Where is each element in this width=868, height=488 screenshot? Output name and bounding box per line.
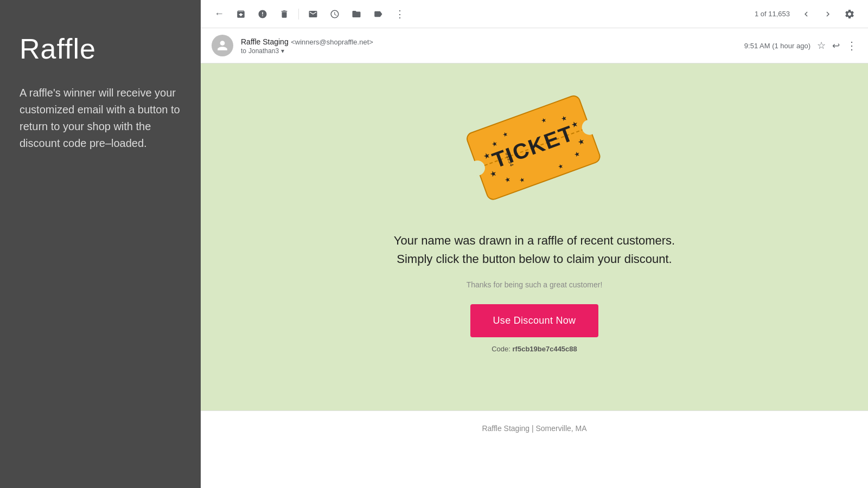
sender-name: Raffle Staging: [241, 37, 289, 46]
email-body-scroll[interactable]: ★ ★ ★ ★ ★ ★ ★ ★ ★ ★ ★ ★ TICKET: [201, 63, 868, 488]
to-label: to: [241, 47, 246, 55]
email-header: Raffle Staging <winners@shopraffle.net> …: [201, 28, 868, 63]
back-button[interactable]: [209, 4, 229, 24]
next-email-button[interactable]: [818, 4, 838, 24]
discount-code-line: Code: rf5cb19be7c445c88: [492, 345, 577, 353]
sidebar-title: Raffle: [20, 33, 181, 65]
chevron-down-icon[interactable]: ▾: [281, 47, 284, 55]
reply-icon[interactable]: ↩: [832, 40, 840, 52]
report-button[interactable]: [253, 4, 272, 24]
footer-text: Raffle Staging | Somerville, MA: [482, 424, 586, 433]
email-count: 1 of 11,653: [755, 10, 790, 18]
sender-email: <winners@shopraffle.net>: [291, 38, 373, 46]
star-icon[interactable]: ☆: [817, 40, 826, 52]
prev-email-button[interactable]: [796, 4, 816, 24]
email-time-area: 9:51 AM (1 hour ago) ☆ ↩ ⋮: [744, 39, 857, 52]
archive-button[interactable]: [231, 4, 251, 24]
snooze-button[interactable]: [325, 4, 344, 24]
move-to-button[interactable]: [347, 4, 366, 24]
sender-name-line: Raffle Staging <winners@shopraffle.net>: [241, 37, 744, 47]
sidebar-description: A raffle's winner will receive your cust…: [20, 85, 181, 152]
to-recipient: Jonathan3: [248, 47, 279, 55]
email-footer: Raffle Staging | Somerville, MA: [201, 410, 868, 446]
mark-email-button[interactable]: [303, 4, 323, 24]
ticket-illustration: ★ ★ ★ ★ ★ ★ ★ ★ ★ ★ ★ ★ TICKET: [464, 85, 605, 215]
to-line: to Jonathan3 ▾: [241, 47, 744, 55]
settings-button[interactable]: [840, 4, 859, 24]
email-toolbar: ⋮ 1 of 11,653: [201, 0, 868, 28]
discount-code-value: rf5cb19be7c445c88: [513, 345, 577, 353]
more-email-options-icon[interactable]: ⋮: [846, 39, 857, 52]
code-prefix-label: Code:: [492, 345, 510, 353]
label-button[interactable]: [368, 4, 388, 24]
email-thanks-text: Thanks for being such a great customer!: [467, 280, 603, 289]
more-options-button[interactable]: ⋮: [390, 4, 410, 24]
email-timestamp: 9:51 AM (1 hour ago): [744, 42, 810, 50]
use-discount-button[interactable]: Use Discount Now: [470, 304, 599, 337]
toolbar-divider-1: [298, 9, 299, 20]
sidebar: Raffle A raffle's winner will receive yo…: [0, 0, 201, 488]
sender-avatar: [212, 35, 233, 56]
main-content: ⋮ 1 of 11,653 Raffle Staging <winners@sh…: [201, 0, 868, 488]
sender-info: Raffle Staging <winners@shopraffle.net> …: [241, 37, 744, 55]
email-main-message: Your name was drawn in a raffle of recen…: [393, 232, 675, 268]
delete-button[interactable]: [275, 4, 294, 24]
email-content-area: ★ ★ ★ ★ ★ ★ ★ ★ ★ ★ ★ ★ TICKET: [201, 63, 868, 410]
